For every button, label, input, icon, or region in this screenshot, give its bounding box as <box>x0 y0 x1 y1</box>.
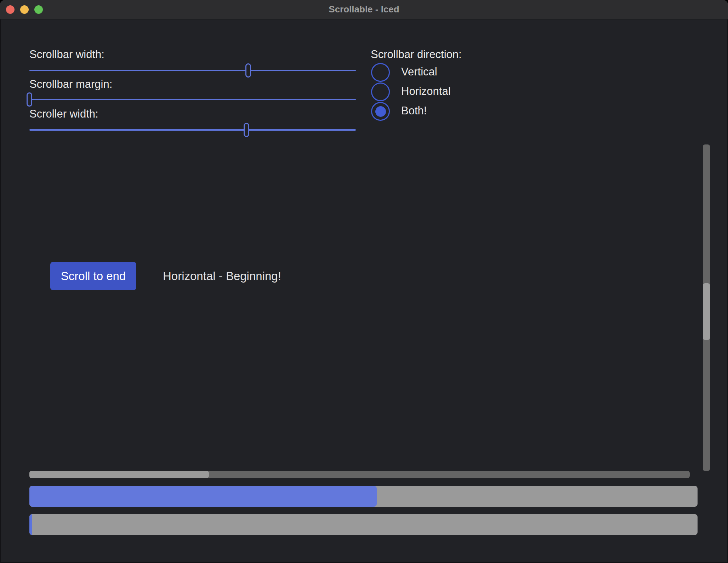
radio-both-label: Both! <box>401 104 427 117</box>
scroll-to-end-button[interactable]: Scroll to end <box>50 262 136 290</box>
horizontal-scrollbar[interactable] <box>29 471 690 478</box>
scrollbar-direction-label: Scrollbar direction: <box>371 48 462 61</box>
vertical-scrollbar-thumb[interactable] <box>703 283 710 340</box>
slider-handle[interactable] <box>244 123 249 137</box>
slider-rail[interactable] <box>29 99 356 100</box>
vertical-progress-bar <box>29 514 698 535</box>
progress-fill <box>29 486 377 507</box>
horizontal-scrollbar-thumb[interactable] <box>29 471 209 478</box>
scrollbar-width-slider[interactable] <box>29 63 356 78</box>
horizontal-progress-bar <box>29 486 698 507</box>
slider-rail[interactable] <box>29 129 356 131</box>
slider-handle[interactable] <box>27 92 32 107</box>
vertical-scrollbar[interactable] <box>703 144 710 471</box>
scrollbar-margin-slider[interactable] <box>29 92 356 107</box>
slider-rail[interactable] <box>29 70 356 71</box>
radio-horizontal-label: Horizontal <box>401 85 451 98</box>
radio-dot-icon <box>375 106 386 117</box>
app-window: Scrollable - Iced Scrollbar width: Scrol… <box>0 0 728 563</box>
scrollbar-width-label: Scrollbar width: <box>29 48 104 61</box>
radio-circle-icon[interactable] <box>371 102 390 121</box>
radio-circle-icon[interactable] <box>371 63 390 82</box>
slider-handle[interactable] <box>245 63 251 78</box>
title-bar[interactable]: Scrollable - Iced <box>0 0 728 19</box>
scroller-width-slider[interactable] <box>29 123 356 137</box>
window-title: Scrollable - Iced <box>0 0 728 19</box>
scroll-status-text: Horizontal - Beginning! <box>163 269 281 283</box>
scrollbar-margin-label: Scrollbar margin: <box>29 78 112 91</box>
scroller-width-label: Scroller width: <box>29 108 98 120</box>
progress-fill <box>29 514 32 535</box>
radio-vertical-label: Vertical <box>401 66 437 78</box>
radio-circle-icon[interactable] <box>371 83 390 101</box>
